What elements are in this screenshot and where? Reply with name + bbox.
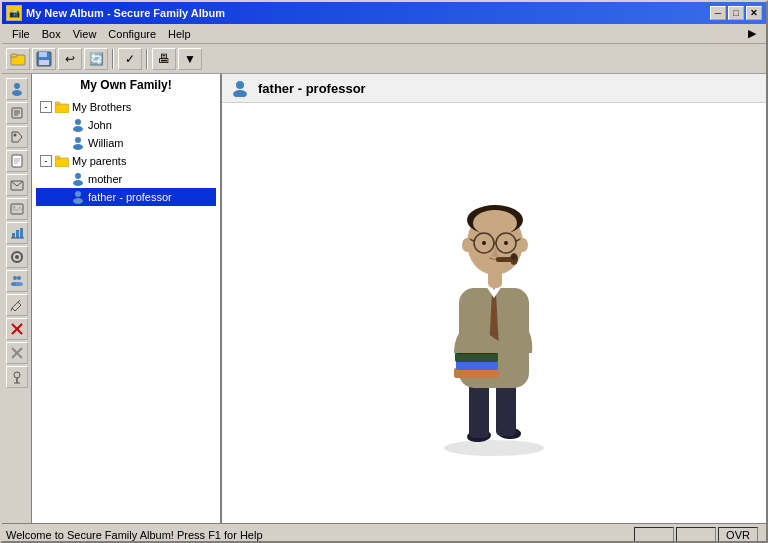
title-bar-buttons: ─ □ ✕ (710, 6, 762, 20)
side-icon-note[interactable] (6, 150, 28, 172)
folder-parents-icon (54, 153, 70, 169)
toolbar-open-btn[interactable] (6, 48, 30, 70)
svg-rect-3 (39, 52, 47, 57)
svg-rect-45 (55, 156, 60, 159)
content-header-title: father - professor (258, 81, 366, 96)
side-icon-cut[interactable] (6, 342, 28, 364)
side-icons-panel (2, 74, 32, 523)
side-icon-person[interactable] (6, 78, 28, 100)
svg-point-79 (511, 254, 517, 260)
side-icon-edit[interactable] (6, 294, 28, 316)
maximize-button[interactable]: □ (728, 6, 744, 20)
menu-box[interactable]: Box (36, 26, 67, 42)
content-area: father - professor (222, 74, 766, 523)
side-icon-pin[interactable] (6, 366, 28, 388)
svg-point-51 (233, 90, 247, 97)
svg-point-41 (73, 126, 83, 132)
svg-point-18 (12, 206, 15, 209)
status-panel-1 (634, 527, 674, 543)
tree-node-mother[interactable]: mother (36, 170, 216, 188)
svg-rect-39 (55, 102, 60, 105)
svg-point-69 (473, 210, 517, 236)
tree-panel: My Own Family! - My Brothers (32, 74, 222, 523)
side-icon-group[interactable] (6, 270, 28, 292)
svg-line-30 (11, 308, 12, 311)
person-john-icon (70, 117, 86, 133)
status-panels: OVR (634, 527, 758, 543)
menu-file[interactable]: File (6, 26, 36, 42)
svg-point-48 (75, 191, 81, 197)
svg-point-52 (444, 440, 544, 456)
side-icon-gear[interactable] (6, 246, 28, 268)
svg-point-26 (17, 276, 21, 280)
svg-point-11 (13, 134, 16, 137)
tree-title: My Own Family! (36, 78, 216, 92)
tree-node-john[interactable]: John (36, 116, 216, 134)
svg-point-80 (462, 238, 472, 252)
close-button[interactable]: ✕ (746, 6, 762, 20)
tree-node-parents[interactable]: - My parents (36, 152, 216, 170)
tree-label-john: John (88, 119, 112, 131)
toolbar: ↩ 🔄 ✓ 🖶 ▼ (2, 44, 766, 74)
main-layout: My Own Family! - My Brothers (2, 74, 766, 523)
svg-point-6 (12, 90, 22, 96)
toolbar-back-btn[interactable]: ↩ (58, 48, 82, 70)
svg-point-76 (504, 241, 508, 245)
side-icon-chart[interactable] (6, 222, 28, 244)
tree-label-brothers: My Brothers (72, 101, 131, 113)
svg-point-81 (518, 238, 528, 252)
toolbar-sep2 (146, 49, 148, 69)
svg-point-24 (15, 255, 19, 259)
app-icon: 📷 (6, 5, 22, 21)
svg-line-29 (18, 300, 20, 302)
tree-label-parents: My parents (72, 155, 126, 167)
svg-rect-20 (16, 230, 19, 238)
svg-point-42 (75, 137, 81, 143)
svg-point-46 (75, 173, 81, 179)
professor-image (414, 168, 574, 458)
svg-point-47 (73, 180, 83, 186)
menu-right-arrow: ▶ (742, 25, 762, 42)
tree-node-brothers[interactable]: - My Brothers (36, 98, 216, 116)
toolbar-refresh-btn[interactable]: 🔄 (84, 48, 108, 70)
person-william-icon (70, 135, 86, 151)
status-text: Welcome to Secure Family Album! Press F1… (6, 529, 634, 541)
side-icon-email[interactable] (6, 174, 28, 196)
expand-parents-icon[interactable]: - (40, 155, 52, 167)
status-bar: Welcome to Secure Family Album! Press F1… (2, 523, 766, 543)
expand-brothers-icon[interactable]: - (40, 101, 52, 113)
svg-point-49 (73, 198, 83, 204)
menu-view[interactable]: View (67, 26, 103, 42)
toolbar-check-btn[interactable]: ✓ (118, 48, 142, 70)
minimize-button[interactable]: ─ (710, 6, 726, 20)
svg-point-35 (14, 372, 20, 378)
toolbar-save-btn[interactable] (32, 48, 56, 70)
person-mother-icon (70, 171, 86, 187)
side-icon-image[interactable] (6, 198, 28, 220)
status-panel-2 (676, 527, 716, 543)
side-icon-tag[interactable] (6, 126, 28, 148)
title-bar-left: 📷 My New Album - Secure Family Album (6, 5, 225, 21)
tree-node-father[interactable]: father - professor (36, 188, 216, 206)
svg-point-25 (13, 276, 17, 280)
menu-help[interactable]: Help (162, 26, 197, 42)
tree-label-mother: mother (88, 173, 122, 185)
side-icon-list[interactable] (6, 102, 28, 124)
title-bar: 📷 My New Album - Secure Family Album ─ □… (2, 2, 766, 24)
tree-label-father: father - professor (88, 191, 172, 203)
toolbar-print-btn[interactable]: 🖶 (152, 48, 176, 70)
svg-point-50 (236, 81, 244, 89)
toolbar-dropdown-btn[interactable]: ▼ (178, 48, 202, 70)
menu-configure[interactable]: Configure (102, 26, 162, 42)
svg-point-5 (14, 83, 20, 89)
svg-rect-1 (11, 54, 17, 57)
menu-bar: File Box View Configure Help ▶ (2, 24, 766, 44)
folder-brothers-icon (54, 99, 70, 115)
svg-rect-19 (12, 233, 15, 238)
svg-point-75 (482, 241, 486, 245)
tree-node-william[interactable]: William (36, 134, 216, 152)
svg-point-28 (15, 282, 23, 286)
side-icon-delete[interactable] (6, 318, 28, 340)
svg-rect-44 (55, 158, 69, 167)
svg-point-43 (73, 144, 83, 150)
